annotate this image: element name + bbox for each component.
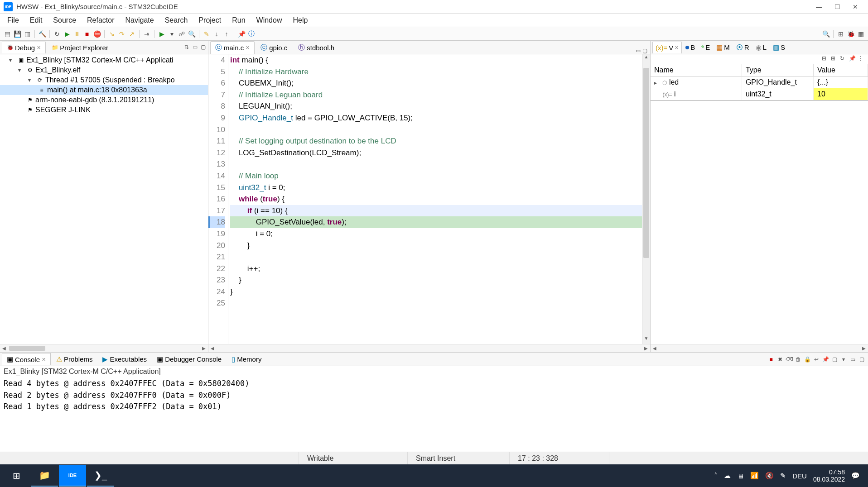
tray-pen-icon[interactable]: ✎ <box>780 472 786 480</box>
menu-project[interactable]: Project <box>193 14 227 26</box>
maximize-button[interactable]: ☐ <box>828 0 846 13</box>
maximize-view-icon[interactable]: ▢ <box>201 44 208 51</box>
step-over-icon[interactable]: ↷ <box>117 29 126 38</box>
minimize-view-icon[interactable]: ▭ <box>193 44 200 51</box>
run-icon[interactable]: ▶ <box>157 29 166 38</box>
variables-table[interactable]: Name Type Value ▸ ⬡ ledGPIO_Handle_t{...… <box>651 64 868 100</box>
run-dropdown-icon[interactable]: ▾ <box>167 29 176 38</box>
tab-project-explorer[interactable]: 📁 Project Explorer <box>47 42 113 53</box>
code-area[interactable]: int main() { // Initialize Hardware CUBE… <box>228 54 642 344</box>
max-icon[interactable]: ▢ <box>858 356 865 363</box>
start-button[interactable]: ⊞ <box>3 465 30 487</box>
profile-icon[interactable]: 🔍 <box>187 29 196 38</box>
code-line[interactable]: if (i == 10) { <box>230 205 642 217</box>
line-number[interactable]: 17 <box>208 205 225 217</box>
line-number[interactable]: 23 <box>208 274 225 286</box>
clear-console-icon[interactable]: 🗑 <box>795 356 802 363</box>
perspective-debug-icon[interactable]: 🐞 <box>846 29 855 38</box>
menu-refactor[interactable]: Refactor <box>82 14 120 26</box>
line-number[interactable]: 11 <box>208 135 225 147</box>
prev-annotation-icon[interactable]: ↑ <box>222 29 231 38</box>
tab-breakpoints[interactable]: B <box>683 42 698 53</box>
pin-icon[interactable]: 📌 <box>849 55 856 62</box>
menu-run[interactable]: Run <box>227 14 251 26</box>
new-icon[interactable]: ▤ <box>3 29 12 38</box>
save-all-icon[interactable]: ▥ <box>23 29 32 38</box>
perspective-cpp-icon[interactable]: ▦ <box>856 29 865 38</box>
menu-icon[interactable]: ⋮ <box>858 55 865 62</box>
code-line[interactable]: } <box>230 240 642 252</box>
line-number[interactable]: 22 <box>208 263 225 275</box>
menu-navigate[interactable]: Navigate <box>120 14 159 26</box>
debug-restart-icon[interactable]: ↻ <box>53 29 62 38</box>
tab-sfr[interactable]: ▥S <box>770 42 788 53</box>
expand-icon[interactable]: ▾ <box>18 67 24 73</box>
code-line[interactable]: uint32_t i = 0; <box>230 182 642 194</box>
tray-volume-icon[interactable]: 🔇 <box>765 472 774 480</box>
save-icon[interactable]: 💾 <box>13 29 22 38</box>
line-number[interactable]: 19 <box>208 228 225 240</box>
pin-console-icon[interactable]: 📌 <box>822 356 829 363</box>
build-icon[interactable]: 🔨 <box>38 29 47 38</box>
taskbar-explorer[interactable]: 📁 <box>31 465 58 487</box>
terminate-console-icon[interactable]: ■ <box>767 356 775 363</box>
tab-debug-close-icon[interactable]: ✕ <box>37 45 41 51</box>
tab-modules[interactable]: ▦M <box>714 42 733 53</box>
scroll-down-icon[interactable]: ▼ <box>642 336 650 344</box>
tray-monitor-icon[interactable]: 🖥 <box>737 472 744 480</box>
remove-all-icon[interactable]: ⌫ <box>786 356 793 363</box>
step-into-icon[interactable]: ↘ <box>107 29 116 38</box>
variable-detail[interactable] <box>651 100 868 344</box>
code-line[interactable]: i++; <box>230 263 642 275</box>
tray-lang[interactable]: DEU <box>792 472 807 480</box>
search-icon[interactable]: 🔍 <box>821 29 830 38</box>
code-line[interactable]: int main() { <box>230 54 642 66</box>
coverage-icon[interactable]: ☍ <box>177 29 186 38</box>
menu-edit[interactable]: Edit <box>24 14 48 26</box>
editor-max-icon[interactable]: ▢ <box>642 48 647 54</box>
line-number[interactable]: 8 <box>208 100 225 112</box>
scroll-left-icon[interactable]: ◀ <box>651 346 659 351</box>
editor-vscrollbar[interactable]: ▲ ▼ <box>642 54 650 344</box>
line-number[interactable]: 9 <box>208 112 225 124</box>
system-tray[interactable]: ˄ ☁ 🖥 📶 🔇 ✎ DEU 07:58 08.03.2022 💬 <box>714 468 865 483</box>
line-number[interactable]: 13 <box>208 158 225 170</box>
code-line[interactable]: } <box>230 286 642 298</box>
code-line[interactable]: // Main loop <box>230 170 642 182</box>
code-line[interactable]: } <box>230 274 642 286</box>
line-gutter[interactable]: 45678910111213141516171819202122232425 <box>208 54 228 344</box>
min-icon[interactable]: ▭ <box>849 356 856 363</box>
tree-frame[interactable]: ≡ main() at main.c:18 0x801363a <box>0 85 208 95</box>
scroll-right-icon[interactable]: ▶ <box>860 346 868 351</box>
scroll-left-icon[interactable]: ◀ <box>208 346 217 351</box>
tab-close-icon[interactable]: ✕ <box>42 357 46 363</box>
scroll-left-icon[interactable]: ◀ <box>0 346 8 351</box>
tab-close-icon[interactable]: ✕ <box>246 45 250 51</box>
code-line[interactable]: // Set logging output destination to be … <box>230 135 642 147</box>
code-line[interactable]: GPIO_Handle_t led = GPIO_LOW_ACTIVE(B, 1… <box>230 112 642 124</box>
perspective-open-icon[interactable]: ⊞ <box>836 29 845 38</box>
col-type[interactable]: Type <box>742 64 813 76</box>
tab-live[interactable]: ◉L <box>753 42 769 53</box>
taskbar-terminal[interactable]: ❯_ <box>87 465 114 487</box>
menu-source[interactable]: Source <box>48 14 82 26</box>
line-number[interactable]: 10 <box>208 124 225 136</box>
pin-icon[interactable]: 📌 <box>237 29 246 38</box>
editor-tab-gpio[interactable]: ⓒ gpio.c <box>256 41 292 54</box>
line-number[interactable]: 24 <box>208 286 225 298</box>
close-button[interactable]: ✕ <box>846 0 864 13</box>
minimize-button[interactable]: — <box>810 0 828 13</box>
vscroll-thumb[interactable] <box>643 68 649 258</box>
tray-chevron-icon[interactable]: ˄ <box>714 472 718 480</box>
code-line[interactable] <box>230 158 642 170</box>
line-number[interactable]: 15 <box>208 182 225 194</box>
refresh-icon[interactable]: ↻ <box>840 55 847 62</box>
tree-thread[interactable]: ▾ ⟳ Thread #1 57005 (Suspended : Breakpo <box>0 75 208 85</box>
tray-wifi-icon[interactable]: 📶 <box>750 472 759 480</box>
instruction-step-icon[interactable]: ⇥ <box>142 29 151 38</box>
resume-icon[interactable]: ▶ <box>63 29 72 38</box>
tab-registers[interactable]: ⦿R <box>733 42 752 53</box>
tab-memory[interactable]: ▯ Memory <box>227 353 266 365</box>
hscroll-thumb[interactable] <box>9 346 45 351</box>
tab-variables[interactable]: (x)=V✕ <box>652 42 682 53</box>
